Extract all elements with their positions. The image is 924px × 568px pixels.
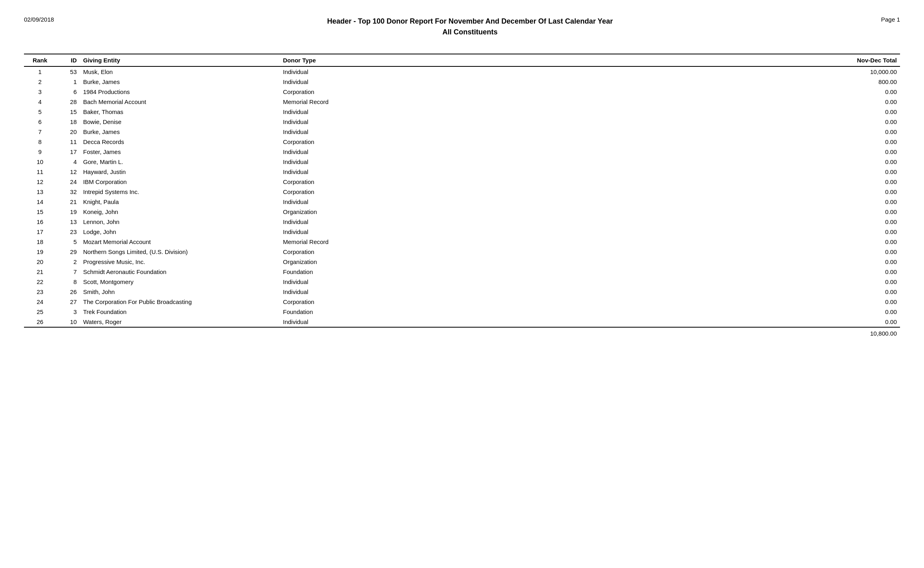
cell-rank: 25 (24, 307, 56, 317)
cell-entity: Waters, Roger (80, 317, 280, 327)
cell-rank: 4 (24, 97, 56, 107)
cell-total: 0.00 (392, 137, 900, 147)
cell-total: 0.00 (392, 277, 900, 287)
table-row: 217Schmidt Aeronautic FoundationFoundati… (24, 267, 900, 277)
grand-total-row: 10,800.00 (24, 327, 900, 339)
table-row: 1224IBM CorporationCorporation0.00 (24, 177, 900, 187)
cell-rank: 14 (24, 197, 56, 207)
table-row: 1613Lennon, JohnIndividual0.00 (24, 217, 900, 227)
cell-rank: 13 (24, 187, 56, 197)
cell-donor-type: Individual (280, 107, 392, 117)
table-row: 917Foster, JamesIndividual0.00 (24, 147, 900, 157)
cell-total: 0.00 (392, 87, 900, 97)
table-row: 228Scott, MontgomeryIndividual0.00 (24, 277, 900, 287)
cell-id: 13 (56, 217, 80, 227)
cell-rank: 5 (24, 107, 56, 117)
cell-rank: 15 (24, 207, 56, 217)
cell-rank: 20 (24, 257, 56, 267)
table-row: 104Gore, Martin L.Individual0.00 (24, 157, 900, 167)
table-row: 153Musk, ElonIndividual10,000.00 (24, 66, 900, 77)
cell-total: 0.00 (392, 167, 900, 177)
cell-donor-type: Individual (280, 147, 392, 157)
cell-total: 0.00 (392, 147, 900, 157)
cell-total: 0.00 (392, 207, 900, 217)
cell-id: 5 (56, 237, 80, 247)
cell-donor-type: Individual (280, 66, 392, 77)
cell-rank: 19 (24, 247, 56, 257)
table-row: 361984 ProductionsCorporation0.00 (24, 87, 900, 97)
table-row: 618Bowie, DeniseIndividual0.00 (24, 117, 900, 127)
cell-entity: Koneig, John (80, 207, 280, 217)
cell-total: 0.00 (392, 237, 900, 247)
cell-donor-type: Individual (280, 77, 392, 87)
cell-id: 17 (56, 147, 80, 157)
cell-entity: Smith, John (80, 287, 280, 297)
donor-table: Rank ID Giving Entity Donor Type Nov-Dec… (24, 54, 900, 339)
cell-total: 0.00 (392, 297, 900, 307)
cell-donor-type: Organization (280, 257, 392, 267)
table-row: 1421Knight, PaulaIndividual0.00 (24, 197, 900, 207)
cell-entity: Hayward, Justin (80, 167, 280, 177)
cell-id: 4 (56, 157, 80, 167)
cell-entity: Intrepid Systems Inc. (80, 187, 280, 197)
table-row: 185Mozart Memorial AccountMemorial Recor… (24, 237, 900, 247)
cell-entity: 1984 Productions (80, 87, 280, 97)
cell-entity: Bowie, Denise (80, 117, 280, 127)
cell-entity: Foster, James (80, 147, 280, 157)
table-row: 2610Waters, RogerIndividual0.00 (24, 317, 900, 327)
cell-entity: Lennon, John (80, 217, 280, 227)
cell-rank: 12 (24, 177, 56, 187)
table-row: 1332Intrepid Systems Inc.Corporation0.00 (24, 187, 900, 197)
cell-total: 0.00 (392, 227, 900, 237)
cell-id: 18 (56, 117, 80, 127)
cell-total: 0.00 (392, 127, 900, 137)
cell-id: 20 (56, 127, 80, 137)
cell-total: 0.00 (392, 307, 900, 317)
cell-id: 32 (56, 187, 80, 197)
cell-id: 11 (56, 137, 80, 147)
col-header-total: Nov-Dec Total (392, 54, 900, 66)
cell-id: 2 (56, 257, 80, 267)
cell-entity: Musk, Elon (80, 66, 280, 77)
cell-donor-type: Individual (280, 287, 392, 297)
cell-id: 15 (56, 107, 80, 117)
cell-rank: 23 (24, 287, 56, 297)
cell-rank: 26 (24, 317, 56, 327)
cell-id: 21 (56, 197, 80, 207)
table-row: 1723Lodge, JohnIndividual0.00 (24, 227, 900, 237)
cell-total: 10,000.00 (392, 66, 900, 77)
table-row: 811Decca RecordsCorporation0.00 (24, 137, 900, 147)
cell-total: 0.00 (392, 177, 900, 187)
cell-rank: 11 (24, 167, 56, 177)
cell-rank: 22 (24, 277, 56, 287)
table-row: 1112Hayward, JustinIndividual0.00 (24, 167, 900, 177)
cell-donor-type: Individual (280, 167, 392, 177)
cell-total: 0.00 (392, 257, 900, 267)
cell-id: 1 (56, 77, 80, 87)
cell-rank: 8 (24, 137, 56, 147)
cell-donor-type: Corporation (280, 137, 392, 147)
table-row: 1519Koneig, JohnOrganization0.00 (24, 207, 900, 217)
cell-rank: 21 (24, 267, 56, 277)
cell-donor-type: Memorial Record (280, 237, 392, 247)
cell-entity: Progressive Music, Inc. (80, 257, 280, 267)
table-header-row: Rank ID Giving Entity Donor Type Nov-Dec… (24, 54, 900, 66)
cell-entity: Scott, Montgomery (80, 277, 280, 287)
cell-rank: 2 (24, 77, 56, 87)
cell-id: 29 (56, 247, 80, 257)
cell-total: 0.00 (392, 197, 900, 207)
cell-total: 0.00 (392, 117, 900, 127)
report-page: Page 1 (868, 16, 900, 23)
cell-entity: Baker, Thomas (80, 107, 280, 117)
cell-entity: The Corporation For Public Broadcasting (80, 297, 280, 307)
cell-id: 8 (56, 277, 80, 287)
table-row: 253Trek FoundationFoundation0.00 (24, 307, 900, 317)
cell-total: 0.00 (392, 317, 900, 327)
cell-entity: Burke, James (80, 127, 280, 137)
cell-entity: Trek Foundation (80, 307, 280, 317)
cell-id: 28 (56, 97, 80, 107)
cell-id: 7 (56, 267, 80, 277)
cell-id: 27 (56, 297, 80, 307)
cell-donor-type: Corporation (280, 87, 392, 97)
cell-donor-type: Organization (280, 207, 392, 217)
